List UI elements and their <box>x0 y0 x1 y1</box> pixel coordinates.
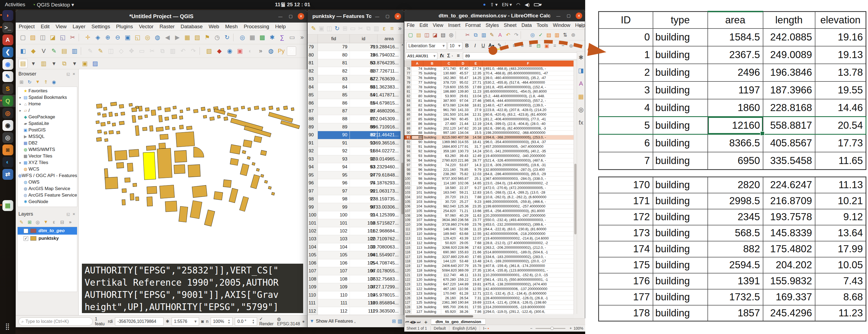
sum-icon[interactable]: Σ · <box>446 52 454 60</box>
cell-area[interactable]: 74.1876293... <box>377 179 401 187</box>
cell[interactable]: [(65.4, -256.4000000000003), (61.8000 <box>483 209 574 214</box>
lo-open-icon[interactable]: ▤ <box>415 31 423 39</box>
menu-item[interactable]: Sheet <box>501 23 519 28</box>
font-color-button[interactable]: A ▾ <box>488 42 495 50</box>
toolbar-overflow-icon[interactable]: » <box>298 33 306 42</box>
row-header[interactable]: 91 <box>308 139 318 147</box>
building-polygon[interactable] <box>208 109 210 112</box>
system-tray[interactable]: ● ⇧ ▾ EN ▾ ◠ ◀) ▾ <box>483 2 542 8</box>
cell[interactable]: 14.58 <box>469 135 483 140</box>
cell[interactable]: [(64.4, -222.8), (63.0, -230.8), (81.600… <box>483 227 574 232</box>
maximize-button[interactable]: ▢ <box>565 12 572 19</box>
spreadsheet-row[interactable]: 115 113 building 3266.920 228.96 17.63 [… <box>404 246 574 250</box>
cell[interactable]: building <box>423 246 441 250</box>
cell[interactable]: 7.88 <box>469 195 483 200</box>
cell-fid[interactable]: 101 <box>318 219 350 227</box>
cell[interactable]: 43.39 <box>457 236 469 241</box>
statistics-icon[interactable]: ∑ <box>278 33 287 42</box>
cell[interactable]: 254.820 <box>441 209 457 214</box>
cell-fid[interactable]: 104 <box>318 243 350 251</box>
building-polygon[interactable] <box>109 112 113 116</box>
row-header[interactable]: 95 <box>308 171 318 179</box>
cell[interactable]: 378.720 <box>441 80 457 85</box>
menu-item[interactable]: Project <box>16 24 38 30</box>
building-polygon[interactable] <box>157 148 172 178</box>
browser-tree-item[interactable]: ◍ WFS / OGC API - Features <box>18 172 77 179</box>
scale-input[interactable]: 1:5576▾ <box>172 317 199 326</box>
layers-filter-icon[interactable]: ▼ <box>42 219 49 226</box>
lo-clear-formatting-icon[interactable]: A <box>496 31 504 39</box>
layer-checkbox[interactable]: ✓ <box>24 236 28 241</box>
cell-area[interactable]: 27.4680206... <box>377 107 401 115</box>
cell-fid[interactable]: 98 <box>318 195 350 203</box>
dock-item-text-editor[interactable]: ✎ <box>0 70 16 83</box>
cell[interactable]: 17.69 <box>469 85 483 90</box>
building-polygon[interactable] <box>242 150 246 154</box>
lo-redo-icon[interactable]: ↷ <box>513 31 520 39</box>
cell[interactable]: building <box>423 282 441 287</box>
menu-item[interactable]: Settings <box>88 24 113 30</box>
cell[interactable]: 78.85 <box>457 168 469 172</box>
spreadsheet-row[interactable]: 108 106 building 97.060 40.29 11.63 [(20… <box>404 214 574 218</box>
cell-fid[interactable]: 105 <box>318 251 350 259</box>
cell[interactable]: building <box>423 126 441 131</box>
cell[interactable]: 107 <box>411 218 423 222</box>
spreadsheet-row[interactable]: 81 79 building 186.880 139.80 11.23 [(65… <box>404 89 574 94</box>
cell[interactable]: 146.040 <box>441 227 457 232</box>
python-console-icon[interactable]: Py <box>277 47 286 56</box>
add-mesh-layer-icon[interactable]: ✎ <box>49 47 59 56</box>
cell[interactable]: 84 <box>411 112 423 117</box>
close-button[interactable]: ✕ <box>395 13 401 20</box>
cell[interactable]: building <box>423 305 441 310</box>
building-polygon[interactable] <box>164 117 169 120</box>
browser-tree-item[interactable]: ▶ MSSQL <box>18 133 77 140</box>
browser-tree-item[interactable]: ✱ GeoNode <box>18 198 77 205</box>
browser-add-icon[interactable]: ⊞ <box>18 79 25 86</box>
cell[interactable]: 61.28 <box>457 291 469 296</box>
cell[interactable]: 12.71 <box>469 291 483 296</box>
cell[interactable]: 155.55 <box>457 85 469 90</box>
cell[interactable]: 79 <box>411 89 423 94</box>
spreadsheet-row[interactable]: 116 114 building 690.360 155.83 21.66 [(… <box>404 250 574 255</box>
cell[interactable]: 3634.360 <box>441 218 457 222</box>
table-row[interactable]: 104 104 103 30.7080063... <box>308 243 401 251</box>
cell[interactable]: 27.35 <box>469 268 483 273</box>
row-number[interactable]: 79 <box>404 80 411 85</box>
building-polygon[interactable] <box>254 106 259 110</box>
function-wizard-icon[interactable]: fx <box>438 52 445 60</box>
column-header-c[interactable]: C <box>441 60 457 66</box>
cell[interactable]: 3266.920 <box>441 246 457 250</box>
attr-save-icon[interactable]: ◫ <box>326 24 333 33</box>
cell[interactable]: 45.57 <box>457 71 469 76</box>
building-polygon[interactable] <box>107 121 111 124</box>
zoom-last-icon[interactable]: ◀ <box>163 33 172 42</box>
attribute-table-icon[interactable]: ▦ <box>248 33 257 42</box>
table-row[interactable]: 82 82 81 387.726711... <box>308 67 401 75</box>
label-icon[interactable]: ▧ <box>205 47 214 56</box>
table-row[interactable]: 109 109 108 3727.17299... <box>308 283 401 291</box>
cell[interactable]: 189.940 <box>441 232 457 236</box>
spreadsheet-row[interactable]: 129 127 building 65.920 38.26 7.86 [(294… <box>404 310 574 314</box>
building-polygon[interactable] <box>160 134 168 140</box>
conditional-format-icon[interactable]: ▥ <box>398 318 402 324</box>
row-number[interactable]: 119 <box>404 264 411 268</box>
cell[interactable]: 13.04 <box>469 94 483 99</box>
zoom-in-icon[interactable]: ⊕ <box>103 33 112 42</box>
spreadsheet-row[interactable]: 89 87 building 202.120 147.62 20.18 [(62… <box>404 126 574 131</box>
column-header-area[interactable]: area <box>377 34 401 43</box>
cell[interactable]: 74.220 <box>441 163 457 168</box>
align-right-button[interactable]: ≡ <box>527 42 534 50</box>
cell[interactable]: 93 <box>411 154 423 158</box>
browser-tree-item[interactable]: ▦ DB2 <box>18 140 77 146</box>
select-dropdown-icon[interactable]: ▾ <box>29 59 38 68</box>
cell[interactable]: [(199.60000000000002, -257.40000000 <box>483 204 574 209</box>
save-as-icon[interactable]: ◪ <box>48 33 57 42</box>
cell[interactable]: building <box>423 76 441 80</box>
cell[interactable]: 12.31 <box>469 112 483 117</box>
deselect-dd-icon[interactable]: ▾ <box>70 59 79 68</box>
open-project-icon[interactable]: ▨ <box>28 33 37 42</box>
cell[interactable]: [(60.6, -420.6), (63.2, -423.8), (61.400… <box>483 112 574 117</box>
cell[interactable]: 13.48 <box>469 259 483 264</box>
pan-map-icon[interactable]: ✛ <box>84 33 92 42</box>
cell[interactable]: building <box>423 287 441 291</box>
